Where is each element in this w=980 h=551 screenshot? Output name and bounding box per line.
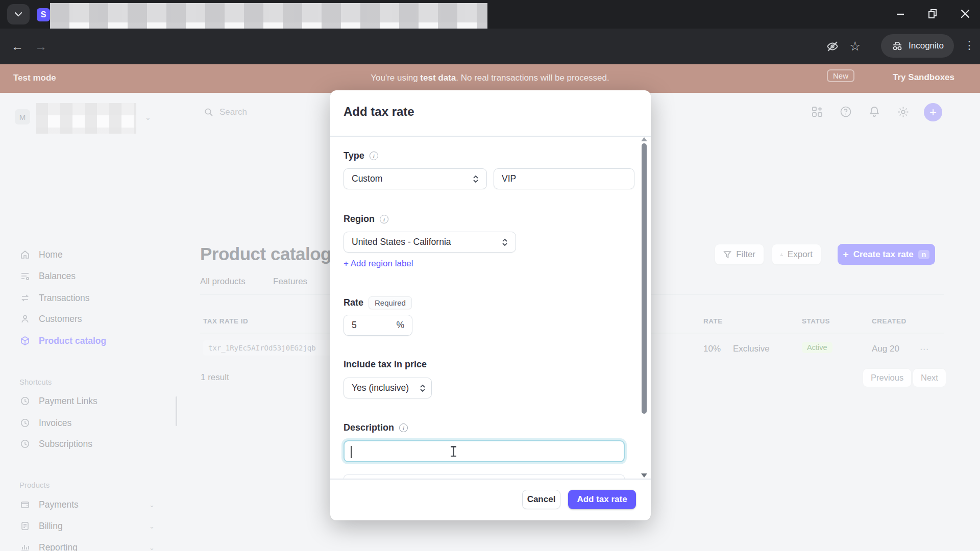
type-select[interactable]: Custom [344,168,487,189]
back-button[interactable]: ← [11,29,23,64]
description-label: Description [344,422,394,433]
rate-label: Rate [344,297,363,308]
region-label: Region [344,214,375,224]
forward-button[interactable]: → [35,29,47,64]
banner-message-suffix: . No real transactions will be processed… [456,73,609,83]
tax-name-value: VIP [502,173,516,184]
bookmark-star-icon[interactable]: ☆ [849,39,861,54]
test-mode-banner: Test mode You're using test data. No rea… [0,64,980,93]
region-select[interactable]: United States - California [344,232,516,253]
rate-value: 5 [352,320,357,331]
minimize-button[interactable] [895,7,905,20]
cancel-button[interactable]: Cancel [522,490,560,509]
close-button[interactable] [960,7,971,20]
text-caret [351,446,352,458]
incognito-icon [891,41,903,51]
modal-title: Add tax rate [344,105,414,119]
screen: S ← → ☆ Incognito ⋮ Test mode You're usi… [0,0,980,551]
region-select-value: United States - California [352,237,451,247]
scroll-down-arrow[interactable] [641,473,647,478]
info-icon[interactable]: i [399,423,408,432]
include-tax-value: Yes (inclusive) [352,383,409,393]
info-icon[interactable]: i [380,215,388,223]
type-label-row: Type i [344,151,378,161]
stripe-favicon: S [37,8,50,21]
eye-off-icon[interactable] [826,40,839,53]
incognito-badge: Incognito [881,34,954,58]
window-controls [895,7,971,20]
select-chevrons-icon [473,175,479,183]
modal-scrollbar[interactable] [640,137,649,478]
description-label-row: Description i [344,422,408,433]
info-icon[interactable]: i [370,152,378,160]
include-tax-label: Include tax in price [344,359,427,370]
select-chevrons-icon [502,238,508,246]
new-badge-wrap: New [827,71,854,81]
type-select-value: Custom [352,173,382,184]
modal-header-divider [330,136,651,137]
browser-menu-icon[interactable]: ⋮ [964,39,975,52]
chevron-down-icon [15,12,22,17]
new-badge: New [827,69,854,82]
add-tax-rate-submit-button[interactable]: Add tax rate [568,490,636,509]
region-label-row: Region i [344,214,388,224]
tax-name-input[interactable]: VIP [494,168,634,189]
banner-message-bold: test data [420,73,456,83]
incognito-label: Incognito [909,41,944,51]
select-chevrons-icon [420,384,426,392]
add-region-label-link[interactable]: + Add region label [344,259,413,269]
restore-button[interactable] [927,7,938,20]
banner-message-prefix: You're using [371,73,420,83]
tab-search-button[interactable] [7,4,30,24]
percent-suffix: % [396,320,404,331]
ibeam-cursor [453,446,454,457]
include-tax-select[interactable]: Yes (inclusive) [344,378,432,398]
modal-footer-divider [330,479,651,480]
scrollbar-thumb[interactable] [642,143,647,414]
rate-label-row: Rate Required [344,296,412,309]
type-label: Type [344,151,364,161]
try-sandboxes-link[interactable]: Try Sandboxes [893,72,954,83]
description-input[interactable] [344,440,625,462]
rate-input[interactable]: 5 % [344,315,412,336]
browser-toolbar: ← → ☆ Incognito ⋮ [0,29,980,64]
scroll-up-arrow[interactable] [641,137,647,141]
modal-footer: Cancel Add tax rate [330,479,651,520]
required-badge: Required [369,296,412,309]
include-tax-label-row: Include tax in price [344,359,427,370]
next-field-partial [344,474,625,479]
browser-titlebar: S [0,0,980,29]
add-tax-rate-modal: Add tax rate Type i Custom VIP Region i … [330,90,651,520]
